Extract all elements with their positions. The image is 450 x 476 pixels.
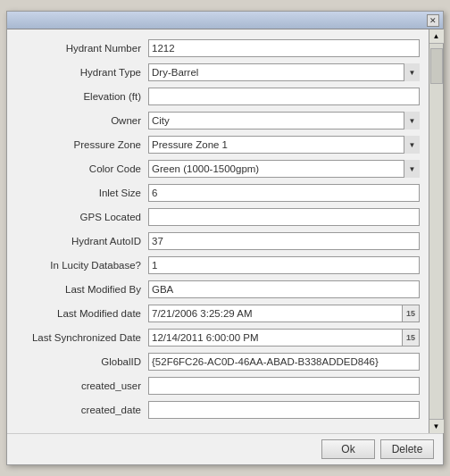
- input-last-modified-date[interactable]: [148, 305, 402, 322]
- title-bar: ✕: [7, 12, 443, 29]
- label-global-id: GlobalID: [16, 356, 148, 367]
- select-owner[interactable]: CityPrivate: [148, 112, 420, 129]
- scroll-down-arrow[interactable]: ▼: [429, 419, 444, 433]
- form-row-gps-located: GPS Located: [16, 207, 420, 227]
- form-row-hydrant-autoid: Hydrant AutoID: [16, 231, 420, 251]
- content-area: Hydrant NumberHydrant TypeDry-BarrelWet-…: [7, 29, 443, 433]
- label-inlet-size: Inlet Size: [16, 188, 148, 198]
- input-last-modified-by[interactable]: [148, 280, 420, 298]
- label-in-lucity-database: In Lucity Database?: [16, 260, 148, 271]
- form-row-created-user: created_user: [16, 376, 420, 396]
- scroll-up-arrow[interactable]: ▲: [429, 29, 444, 44]
- form-container: Hydrant NumberHydrant TypeDry-BarrelWet-…: [7, 29, 429, 433]
- label-elevation: Elevation (ft): [16, 91, 148, 102]
- label-last-modified-date: Last Modified date: [16, 308, 148, 319]
- form-row-owner: OwnerCityPrivate▼: [16, 111, 420, 130]
- main-window: ✕ Hydrant NumberHydrant TypeDry-BarrelWe…: [6, 11, 444, 465]
- input-inlet-size[interactable]: [148, 184, 420, 202]
- label-created-date: created_date: [16, 405, 148, 415]
- select-hydrant-type[interactable]: Dry-BarrelWet-Barrel: [148, 63, 420, 81]
- label-color-code: Color Code: [16, 163, 148, 174]
- calendar-button-last-synchronized-date[interactable]: 15: [402, 329, 420, 347]
- scrollbar[interactable]: ▲ ▼: [429, 29, 443, 433]
- scroll-track[interactable]: [429, 44, 443, 419]
- date-wrapper-last-synchronized-date: 15: [148, 329, 420, 347]
- label-owner: Owner: [16, 115, 148, 126]
- form-row-global-id: GlobalID: [16, 352, 420, 372]
- close-button[interactable]: ✕: [427, 14, 439, 27]
- form-row-last-modified-by: Last Modified By: [16, 280, 420, 299]
- label-last-synchronized-date: Last Synchronized Date: [16, 332, 148, 343]
- label-hydrant-autoid: Hydrant AutoID: [16, 236, 148, 246]
- ok-button[interactable]: Ok: [321, 439, 375, 459]
- form-row-hydrant-type: Hydrant TypeDry-BarrelWet-Barrel▼: [16, 63, 420, 82]
- label-gps-located: GPS Located: [16, 212, 148, 222]
- select-wrapper-hydrant-type: Dry-BarrelWet-Barrel▼: [148, 63, 420, 81]
- input-global-id[interactable]: [148, 353, 420, 371]
- form-row-last-modified-date: Last Modified date15: [16, 304, 420, 323]
- input-hydrant-autoid[interactable]: [148, 232, 420, 250]
- label-hydrant-number: Hydrant Number: [16, 43, 148, 54]
- scroll-thumb[interactable]: [430, 48, 443, 84]
- form-row-created-date: created_date: [16, 400, 420, 420]
- input-in-lucity-database[interactable]: [148, 256, 420, 274]
- select-wrapper-pressure-zone: Pressure Zone 1Pressure Zone 2▼: [148, 136, 420, 154]
- form-row-color-code: Color CodeGreen (1000-1500gpm)Red (<500g…: [16, 159, 420, 179]
- select-wrapper-color-code: Green (1000-1500gpm)Red (<500gpm)▼: [148, 160, 420, 178]
- label-pressure-zone: Pressure Zone: [16, 139, 148, 150]
- form-row-pressure-zone: Pressure ZonePressure Zone 1Pressure Zon…: [16, 135, 420, 154]
- form-row-inlet-size: Inlet Size: [16, 183, 420, 203]
- calendar-button-last-modified-date[interactable]: 15: [402, 305, 420, 322]
- input-last-synchronized-date[interactable]: [148, 329, 402, 347]
- form-row-elevation: Elevation (ft): [16, 87, 420, 106]
- select-pressure-zone[interactable]: Pressure Zone 1Pressure Zone 2: [148, 136, 420, 154]
- form-row-hydrant-number: Hydrant Number: [16, 38, 420, 58]
- input-gps-located[interactable]: [148, 208, 420, 226]
- form-row-last-synchronized-date: Last Synchronized Date15: [16, 328, 420, 347]
- delete-button[interactable]: Delete: [380, 439, 434, 459]
- select-color-code[interactable]: Green (1000-1500gpm)Red (<500gpm): [148, 160, 420, 178]
- input-elevation[interactable]: [148, 88, 420, 105]
- footer: Ok Delete: [7, 433, 443, 464]
- input-created-user[interactable]: [148, 377, 420, 395]
- select-wrapper-owner: CityPrivate▼: [148, 112, 420, 129]
- form-row-in-lucity-database: In Lucity Database?: [16, 255, 420, 275]
- date-wrapper-last-modified-date: 15: [148, 305, 420, 322]
- label-last-modified-by: Last Modified By: [16, 284, 148, 295]
- label-created-user: created_user: [16, 380, 148, 391]
- label-hydrant-type: Hydrant Type: [16, 67, 148, 78]
- input-hydrant-number[interactable]: [148, 39, 420, 57]
- input-created-date[interactable]: [148, 401, 420, 419]
